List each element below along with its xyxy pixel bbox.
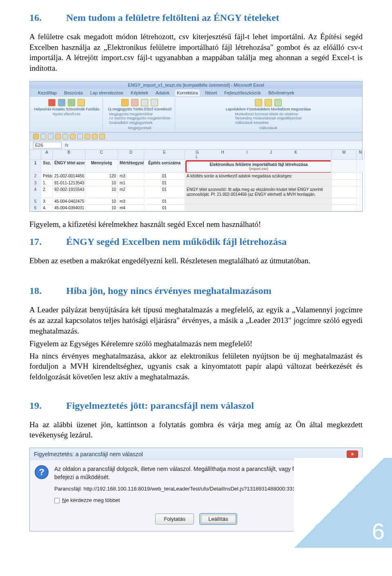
qat-icon[interactable]: [55, 134, 61, 139]
qat-icon[interactable]: [33, 134, 39, 139]
section-16-paragraph: A felületre csak megadott módon létrehoz…: [29, 31, 363, 74]
qat-icon[interactable]: [48, 134, 53, 139]
excel-grid: A B C D E G H I J K L M N 1 Ssz. ÉNGY té…: [30, 150, 362, 211]
heading-16: 16. Nem tudom a felületre feltölteni az …: [29, 12, 363, 23]
tab-adatok[interactable]: Adatok: [154, 90, 171, 96]
next-comment-icon[interactable]: [151, 99, 158, 106]
heading-17-title: ÉNGY segéd Excelben nem működik fájl lét…: [66, 236, 363, 247]
share-workbook-icon[interactable]: [274, 99, 282, 106]
qat-icon[interactable]: [77, 134, 83, 139]
ribbon-group-changes-label: Változások: [259, 126, 277, 130]
heading-18: 18. Hiba jön, hogy nincs érvényes meghat…: [29, 285, 363, 296]
qat-icon[interactable]: [99, 134, 105, 139]
section-18-p1: A Leader pályázat benyújtására két típus…: [29, 305, 363, 336]
qat-icon[interactable]: [85, 134, 90, 139]
table-row: 3 1. 91-011-1213543 10 m1 01: [30, 180, 362, 186]
dialog-titlebar: Figyelmeztetés: a parancsfájl nem válasz…: [30, 448, 362, 460]
dialog-message: Az oldalon a parancsfájl dolgozik, illet…: [54, 465, 356, 481]
table-row: 5 3. 45-004-0402475 10 m3 01: [30, 198, 362, 205]
import-csv-button[interactable]: Elektronikus felületre importálható fájl…: [185, 160, 331, 173]
tab-lap-elrendezese[interactable]: Lap elrendezése: [89, 90, 125, 96]
heading-19: 19. Figyelmeztetés jött: parancsfájl nem…: [29, 400, 363, 411]
tab-korrektura[interactable]: Korrektúra: [175, 90, 199, 96]
heading-18-number: 18.: [29, 285, 66, 296]
column-headers: A B C D E G H I J K L M N: [30, 150, 362, 160]
tab-bovitmenyek[interactable]: Bővítmények: [267, 90, 296, 96]
section-18-p3: Ha nincs érvényes meghatalmazása, akkor …: [29, 351, 363, 382]
excel-ribbon: Helyesírás Kutatás Szinonimák Fordítás N…: [30, 97, 362, 132]
tab-kepletek[interactable]: Képletek: [129, 90, 150, 96]
protect-sheet-icon[interactable]: [255, 99, 262, 106]
excel-screenshot: ENGY_import_v1_teszt.xls [kompatibilis ü…: [29, 81, 363, 212]
table-row: 4 2. 92-002-1915543 10 m2 01 ÉNGY tétel …: [30, 186, 362, 198]
heading-16-title: Nem tudom a felületre feltölteni az ÉNGY…: [66, 12, 363, 23]
heading-16-number: 16.: [29, 12, 66, 23]
qat-icon[interactable]: [70, 134, 76, 139]
heading-19-title: Figyelmeztetés jött: parancsfájl nem vál…: [66, 400, 363, 411]
heading-19-number: 19.: [29, 400, 66, 411]
qat-icon[interactable]: [92, 134, 98, 139]
quick-access-toolbar: [30, 132, 362, 141]
heading-17-number: 17.: [29, 236, 66, 247]
tab-fejlesztoeszkozok[interactable]: Fejlesztőeszközök: [223, 90, 263, 96]
section-16-note: Figyelem, a kifizetési kérelmekhez haszn…: [29, 219, 363, 230]
heading-18-title: Hiba jön, hogy nincs érvényes meghatalma…: [66, 285, 363, 296]
delete-comment-icon[interactable]: [131, 99, 138, 106]
heading-17: 17. ÉNGY segéd Excelben nem működik fájl…: [29, 236, 363, 247]
checkbox-label: Ne kérdezze meg többet: [62, 497, 120, 504]
ribbon-group-proofing: Helyesírás Kutatás Szinonimák Fordítás N…: [32, 98, 103, 131]
excel-titlebar: ENGY_import_v1_teszt.xls [kompatibilis ü…: [30, 81, 362, 89]
dialog-script-path: Parancsfájl: http://192.168.100.116:8019…: [54, 485, 356, 493]
tab-beszuras[interactable]: Beszúrás: [62, 90, 85, 96]
prev-comment-icon[interactable]: [141, 99, 148, 106]
new-comment-icon[interactable]: [121, 99, 129, 106]
name-box[interactable]: E26: [33, 142, 62, 148]
script-warning-dialog: Figyelmeztetés: a parancsfájl nem válasz…: [29, 448, 363, 531]
section-19-paragraph: Ha az alábbi üzenet jön, kattintson a fo…: [29, 419, 363, 440]
continue-button[interactable]: Folytatás: [155, 513, 194, 524]
section-17-paragraph: Ebben az esetben a makrókat engedélyezni…: [29, 256, 363, 266]
table-row: 6 4. 45-004-0394031 10 m4 01: [30, 205, 362, 211]
close-icon[interactable]: ×: [347, 450, 358, 458]
ribbon-group-comments: Új megjegyzés Törlés Előző Következő Meg…: [106, 98, 175, 131]
ribbon-group-proofing-label: Nyelvi ellenőrzés: [53, 112, 80, 116]
table-header-row: 1 Ssz. ÉNGY tétel azonosító Mennyiség Mé…: [30, 160, 362, 173]
research-icon[interactable]: [58, 99, 65, 106]
thesaurus-icon[interactable]: [68, 99, 75, 106]
ribbon-group-changes: Lapvédelem Füzetvédelem Munkafüzet megos…: [178, 98, 360, 131]
qat-icon[interactable]: [40, 134, 46, 139]
question-icon: ?: [35, 465, 49, 479]
dialog-title-text: Figyelmeztetés: a parancsfájl nem válasz…: [34, 451, 143, 457]
tab-nezet[interactable]: Nézet: [204, 90, 219, 96]
translate-icon[interactable]: [78, 99, 85, 106]
section-18-p2: Figyelem az Egységes Kérelemre szóló meg…: [29, 338, 363, 349]
spellcheck-icon[interactable]: [48, 99, 56, 106]
stop-button[interactable]: Leállítás: [200, 513, 236, 524]
formula-bar: E26 fx: [30, 141, 362, 150]
ribbon-group-comments-label: Megjegyzések: [128, 126, 151, 130]
table-row: 2 Példa 21-002-0014456 120 m3 01 A kitöl…: [30, 173, 362, 180]
dont-ask-checkbox[interactable]: Ne kérdezze meg többet: [54, 497, 356, 504]
checkbox-icon[interactable]: [54, 498, 60, 503]
excel-ribbon-tabs: Kezdőlap Beszúrás Lap elrendezése Képlet…: [30, 89, 362, 97]
tab-kezdolap[interactable]: Kezdőlap: [36, 90, 58, 96]
fx-icon[interactable]: fx: [65, 143, 69, 148]
qat-icon[interactable]: [62, 134, 68, 139]
protect-workbook-icon[interactable]: [265, 99, 272, 106]
